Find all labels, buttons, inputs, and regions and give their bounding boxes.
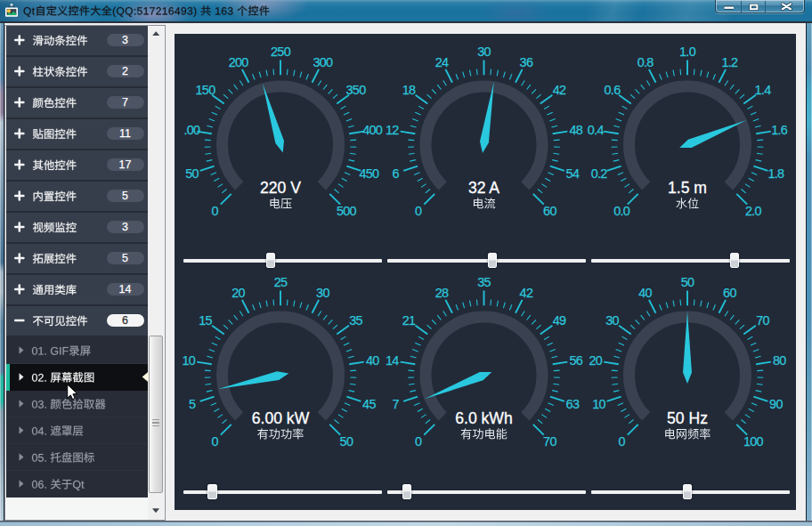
svg-text:42: 42 <box>553 83 566 97</box>
svg-text:300: 300 <box>313 55 333 69</box>
svg-text:0: 0 <box>211 204 218 218</box>
svg-text:.00: .00 <box>183 123 200 137</box>
svg-text:10: 10 <box>592 397 605 411</box>
svg-text:6: 6 <box>392 166 399 181</box>
svg-text:50: 50 <box>340 434 353 449</box>
svg-text:54: 54 <box>566 166 580 181</box>
svg-text:200: 200 <box>229 55 249 69</box>
svg-text:24: 24 <box>435 55 449 69</box>
svg-text:0.8: 0.8 <box>637 55 654 69</box>
svg-text:0.6: 0.6 <box>605 83 621 97</box>
svg-text:63: 63 <box>566 397 580 411</box>
svg-text:450: 450 <box>359 166 379 181</box>
svg-text:25: 25 <box>274 275 288 289</box>
svg-text:7: 7 <box>122 96 128 109</box>
svg-text:60: 60 <box>723 286 736 300</box>
svg-text:20: 20 <box>589 353 602 368</box>
svg-text:30: 30 <box>605 313 619 328</box>
svg-text:56: 56 <box>569 353 582 368</box>
svg-text:0.2: 0.2 <box>591 166 608 181</box>
svg-text:5: 5 <box>122 252 128 264</box>
svg-text:6.00 kW: 6.00 kW <box>252 409 310 427</box>
svg-text:2: 2 <box>122 65 128 77</box>
svg-text:50: 50 <box>681 275 694 289</box>
svg-text:400: 400 <box>362 123 383 137</box>
svg-text:350: 350 <box>346 83 367 97</box>
svg-text:21: 21 <box>402 313 416 328</box>
svg-text:0: 0 <box>415 434 422 449</box>
svg-text:11: 11 <box>119 127 131 140</box>
svg-text:48: 48 <box>569 123 582 137</box>
svg-text:40: 40 <box>638 286 652 300</box>
svg-text:20: 20 <box>231 286 245 300</box>
svg-text:220 V: 220 V <box>260 179 301 197</box>
svg-text:1.2: 1.2 <box>721 55 738 69</box>
svg-text:1.4: 1.4 <box>755 83 772 97</box>
svg-text:12: 12 <box>386 123 399 137</box>
svg-text:60: 60 <box>543 204 556 218</box>
svg-text:2.0: 2.0 <box>745 204 762 218</box>
svg-text:40: 40 <box>366 353 379 368</box>
svg-text:50 Hz: 50 Hz <box>667 409 708 427</box>
svg-text:10: 10 <box>182 353 195 368</box>
svg-text:35: 35 <box>349 313 362 328</box>
svg-text:42: 42 <box>520 286 533 300</box>
svg-text:5: 5 <box>122 190 128 202</box>
svg-text:30: 30 <box>477 45 491 59</box>
svg-text:1.6: 1.6 <box>771 123 788 137</box>
svg-text:500: 500 <box>337 204 357 218</box>
svg-text:32 A: 32 A <box>468 179 499 197</box>
svg-text:80: 80 <box>773 353 786 368</box>
svg-text:0.4: 0.4 <box>588 123 605 137</box>
svg-text:49: 49 <box>553 313 566 328</box>
svg-text:70: 70 <box>756 313 769 328</box>
svg-text:14: 14 <box>386 353 399 368</box>
svg-text:70: 70 <box>543 434 556 449</box>
svg-text:36: 36 <box>520 55 533 69</box>
svg-text:0: 0 <box>618 434 625 449</box>
svg-text:0: 0 <box>415 204 422 218</box>
svg-text:15: 15 <box>199 313 212 328</box>
svg-text:50: 50 <box>185 166 199 181</box>
svg-text:3: 3 <box>122 221 128 233</box>
svg-text:14: 14 <box>119 283 132 295</box>
svg-text:0.0: 0.0 <box>613 204 630 218</box>
svg-text:45: 45 <box>362 397 376 411</box>
svg-text:28: 28 <box>435 286 449 300</box>
svg-text:5: 5 <box>189 397 196 411</box>
svg-text:1.0: 1.0 <box>679 45 696 59</box>
svg-text:250: 250 <box>271 45 291 59</box>
svg-text:1.5 m: 1.5 m <box>668 179 707 197</box>
svg-text:1.8: 1.8 <box>767 166 784 181</box>
svg-text:150: 150 <box>196 83 216 97</box>
svg-text:35: 35 <box>477 275 491 289</box>
svg-text:0: 0 <box>211 434 218 449</box>
svg-text:6: 6 <box>122 314 128 327</box>
svg-text:90: 90 <box>769 397 783 411</box>
svg-text:3: 3 <box>122 34 128 46</box>
svg-text:100: 100 <box>743 434 764 449</box>
svg-text:6.0 kWh: 6.0 kWh <box>455 409 513 427</box>
svg-text:18: 18 <box>402 83 416 97</box>
svg-text:17: 17 <box>119 158 132 171</box>
svg-text:7: 7 <box>392 397 399 411</box>
svg-text:30: 30 <box>316 286 329 300</box>
